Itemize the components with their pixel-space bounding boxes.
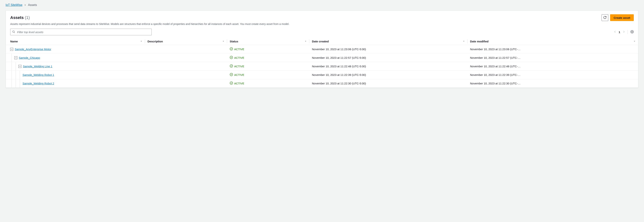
check-circle-icon — [230, 81, 233, 85]
tree-guide — [12, 79, 14, 88]
assets-table: Name Description Status — [6, 38, 638, 88]
cell-date-modified: November 10, 2023 at 11:22:30 (UTC-… — [468, 79, 638, 88]
table-row: −Sample_ChicagoACTIVENovember 10, 2023 a… — [6, 53, 638, 62]
column-header-status[interactable]: Status — [227, 38, 309, 45]
status-text: ACTIVE — [234, 56, 244, 59]
table-row: −Sample_Welding Line 1ACTIVENovember 10,… — [6, 62, 638, 71]
check-circle-icon — [230, 47, 233, 51]
settings-button[interactable] — [630, 30, 634, 34]
asset-name-link[interactable]: Sample_Welding Line 1 — [23, 65, 52, 68]
sort-icon[interactable] — [463, 40, 465, 43]
search-container — [10, 29, 152, 35]
sort-icon[interactable] — [140, 40, 142, 43]
tree-guide — [12, 54, 14, 62]
cell-date-created: November 10, 2023 at 11:22:30 (UTC-5:00) — [309, 79, 468, 88]
svg-point-4 — [230, 56, 233, 59]
tree-guide — [16, 71, 18, 79]
column-label: Date modified — [470, 40, 488, 43]
pager-divider — [628, 30, 628, 34]
column-label: Name — [10, 40, 18, 43]
panel-description: Assets represent industrial devices and … — [10, 22, 634, 26]
table-row: Sample_Welding Robot 2ACTIVENovember 10,… — [6, 79, 638, 88]
chevron-left-icon — [614, 30, 616, 33]
table-row: −Sample_AnyEnterprise MotorACTIVENovembe… — [6, 45, 638, 53]
cell-description — [145, 45, 227, 53]
column-label: Status — [230, 40, 238, 43]
column-label: Date created — [312, 40, 329, 43]
chevron-right-icon — [623, 30, 625, 33]
check-circle-icon — [230, 56, 233, 60]
status-text: ACTIVE — [234, 73, 244, 76]
sort-icon[interactable] — [634, 40, 636, 43]
assets-panel: Assets (1) Create asset Assets represent… — [6, 10, 638, 88]
refresh-icon — [603, 16, 606, 20]
cell-description — [145, 53, 227, 62]
asset-name-link[interactable]: Sample_Welding Robot 1 — [22, 73, 54, 76]
sort-icon[interactable] — [222, 40, 224, 43]
status-text: ACTIVE — [234, 48, 244, 51]
cell-description — [145, 79, 227, 88]
tree-guide — [20, 71, 22, 79]
asset-name-link[interactable]: Sample_Welding Robot 2 — [22, 82, 54, 85]
svg-line-1 — [14, 32, 15, 33]
search-icon — [12, 30, 15, 34]
tree-collapse-icon[interactable]: − — [14, 56, 17, 59]
breadcrumb-root-link[interactable]: IoT SiteWise — [6, 3, 22, 7]
breadcrumb-current: Assets — [28, 3, 37, 7]
asset-name-link[interactable]: Sample_AnyEnterprise Motor — [15, 48, 51, 51]
cell-date-modified: November 10, 2023 at 11:22:39 (UTC-… — [468, 71, 638, 79]
tree-guide — [16, 79, 18, 88]
page-number: 1 — [619, 30, 620, 34]
cell-description — [145, 71, 227, 79]
search-input[interactable] — [10, 29, 152, 35]
title-text: Assets — [10, 15, 24, 20]
svg-point-2 — [632, 31, 633, 32]
sort-icon[interactable] — [304, 40, 307, 43]
create-asset-button[interactable]: Create asset — [610, 14, 634, 21]
status-badge: ACTIVE — [230, 56, 307, 60]
prev-page-button[interactable] — [614, 30, 616, 33]
tree-guide — [20, 79, 22, 88]
cell-description — [145, 62, 227, 71]
asset-name-link[interactable]: Sample_Chicago — [19, 56, 40, 59]
status-badge: ACTIVE — [230, 73, 307, 77]
status-badge: ACTIVE — [230, 81, 307, 85]
check-circle-icon — [230, 64, 233, 68]
column-header-name[interactable]: Name — [6, 38, 145, 45]
cell-date-modified: November 10, 2023 at 11:23:06 (UTC-… — [468, 45, 638, 53]
status-text: ACTIVE — [234, 65, 244, 68]
column-header-created[interactable]: Date created — [309, 38, 468, 45]
gear-icon — [630, 30, 634, 34]
cell-date-created: November 10, 2023 at 11:22:48 (UTC-5:00) — [309, 62, 468, 71]
cell-date-modified: November 10, 2023 at 11:22:48 (UTC-… — [468, 62, 638, 71]
cell-date-created: November 10, 2023 at 11:22:57 (UTC-5:00) — [309, 53, 468, 62]
tree-collapse-icon[interactable]: − — [18, 65, 22, 68]
column-header-description[interactable]: Description — [145, 38, 227, 45]
table-row: Sample_Welding Robot 1ACTIVENovember 10,… — [6, 71, 638, 79]
status-badge: ACTIVE — [230, 64, 307, 68]
svg-point-6 — [230, 73, 233, 76]
next-page-button[interactable] — [623, 30, 625, 33]
svg-point-0 — [13, 31, 14, 32]
cell-date-created: November 10, 2023 at 11:23:06 (UTC-5:00) — [309, 45, 468, 53]
pagination: 1 — [614, 30, 634, 34]
cell-date-modified: November 10, 2023 at 11:22:57 (UTC-… — [468, 53, 638, 62]
page-title: Assets (1) — [10, 15, 30, 20]
status-badge: ACTIVE — [230, 47, 307, 51]
breadcrumb: IoT SiteWise Assets — [6, 2, 638, 8]
svg-point-3 — [230, 48, 233, 50]
tree-guide — [12, 71, 14, 79]
refresh-button[interactable] — [602, 14, 608, 21]
tree-guide — [12, 62, 14, 70]
svg-point-7 — [230, 82, 233, 85]
column-label: Description — [148, 40, 163, 43]
check-circle-icon — [230, 73, 233, 77]
status-text: ACTIVE — [234, 82, 244, 85]
cell-date-created: November 10, 2023 at 11:22:39 (UTC-5:00) — [309, 71, 468, 79]
chevron-right-icon — [24, 3, 26, 7]
column-header-modified[interactable]: Date modified — [468, 38, 638, 45]
title-count: (1) — [25, 15, 30, 20]
svg-point-5 — [230, 65, 233, 67]
tree-collapse-icon[interactable]: − — [10, 48, 13, 51]
tree-guide — [16, 62, 18, 70]
